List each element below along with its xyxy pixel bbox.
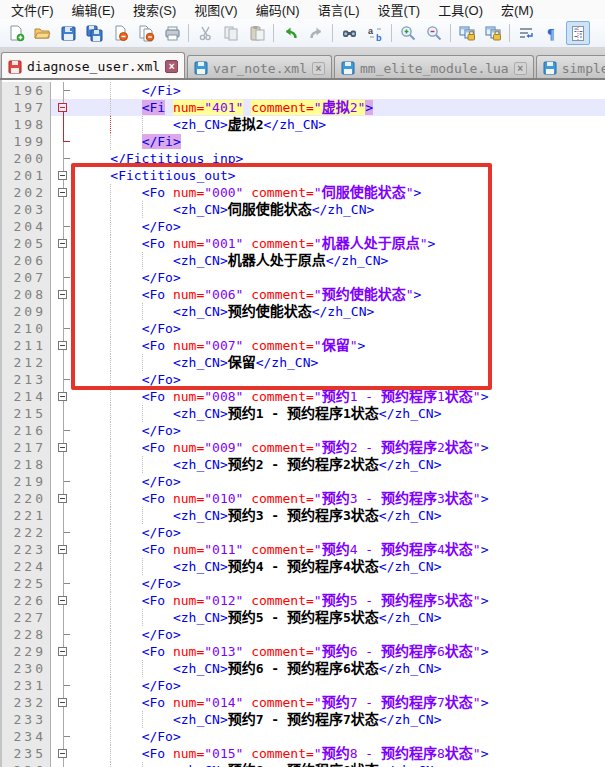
- fold-margin[interactable]: [51, 422, 75, 439]
- fold-margin[interactable]: [51, 354, 75, 371]
- fold-margin[interactable]: [51, 218, 75, 235]
- open-file-button[interactable]: [30, 21, 54, 45]
- code-line-203[interactable]: 203 <zh_CN>伺服使能状态</zh_CN>: [2, 201, 605, 218]
- close-file-button[interactable]: [108, 21, 132, 45]
- code-line-236[interactable]: 236 <zh_CN>预约8 - 预约程序8状态</zh_CN>: [2, 762, 605, 767]
- line-number[interactable]: 216: [2, 422, 51, 439]
- line-number[interactable]: 222: [2, 524, 51, 541]
- line-number[interactable]: 200: [2, 150, 51, 167]
- fold-margin[interactable]: [51, 524, 75, 541]
- line-number[interactable]: 217: [2, 439, 51, 456]
- code-text[interactable]: <Fo num="015" comment="预约8 - 预约程序8状态">: [75, 745, 605, 762]
- line-number[interactable]: 231: [2, 677, 51, 694]
- fold-margin[interactable]: [51, 133, 75, 150]
- save-file-button[interactable]: [56, 21, 80, 45]
- line-number[interactable]: 197: [2, 99, 51, 116]
- code-line-202[interactable]: 202 <Fo num="000" comment="伺服使能状态">: [2, 184, 605, 201]
- fold-margin[interactable]: [51, 728, 75, 745]
- code-text[interactable]: <zh_CN>伺服使能状态</zh_CN>: [75, 201, 605, 218]
- code-text[interactable]: <Fo num="014" comment="预约7 - 预约程序7状态">: [75, 694, 605, 711]
- code-text[interactable]: <zh_CN>预约2 - 预约程序2状态</zh_CN>: [75, 456, 605, 473]
- line-number[interactable]: 209: [2, 303, 51, 320]
- code-line-205[interactable]: 205 <Fo num="001" comment="机器人处于原点">: [2, 235, 605, 252]
- line-number[interactable]: 234: [2, 728, 51, 745]
- fold-margin[interactable]: [51, 626, 75, 643]
- line-number[interactable]: 227: [2, 609, 51, 626]
- fold-margin[interactable]: [51, 235, 75, 252]
- code-text[interactable]: <Fo num="000" comment="伺服使能状态">: [75, 184, 605, 201]
- code-line-221[interactable]: 221 <zh_CN>预约3 - 预约程序3状态</zh_CN>: [2, 507, 605, 524]
- fold-margin[interactable]: [51, 252, 75, 269]
- code-text[interactable]: <Fo num="009" comment="预约2 - 预约程序2状态">: [75, 439, 605, 456]
- save-all-button[interactable]: [82, 21, 106, 45]
- fold-margin[interactable]: [51, 507, 75, 524]
- line-number[interactable]: 202: [2, 184, 51, 201]
- fold-collapse-icon[interactable]: [58, 188, 67, 197]
- fold-collapse-icon[interactable]: [58, 545, 67, 554]
- fold-margin[interactable]: [51, 337, 75, 354]
- line-number[interactable]: 236: [2, 762, 51, 767]
- menu-encoding[interactable]: 编码(N): [247, 0, 309, 19]
- code-line-231[interactable]: 231 </Fo>: [2, 677, 605, 694]
- fold-margin[interactable]: [51, 405, 75, 422]
- code-text[interactable]: </Fo>: [75, 575, 605, 592]
- code-line-201[interactable]: 201 <Fictitious_out>: [2, 167, 605, 184]
- fold-collapse-icon[interactable]: [58, 443, 67, 452]
- fold-margin[interactable]: [51, 150, 75, 167]
- code-line-232[interactable]: 232 <Fo num="014" comment="预约7 - 预约程序7状态…: [2, 694, 605, 711]
- code-text[interactable]: <zh_CN>预约7 - 预约程序7状态</zh_CN>: [75, 711, 605, 728]
- copy-button[interactable]: [219, 21, 243, 45]
- fold-collapse-icon[interactable]: [58, 290, 67, 299]
- line-number[interactable]: 213: [2, 371, 51, 388]
- line-number[interactable]: 208: [2, 286, 51, 303]
- redo-button[interactable]: [304, 21, 328, 45]
- line-number[interactable]: 219: [2, 473, 51, 490]
- line-number[interactable]: 220: [2, 490, 51, 507]
- code-text[interactable]: </Fo>: [75, 422, 605, 439]
- code-text[interactable]: <Fo num="011" comment="预约4 - 预约程序4状态">: [75, 541, 605, 558]
- code-line-235[interactable]: 235 <Fo num="015" comment="预约8 - 预约程序8状态…: [2, 745, 605, 762]
- code-text[interactable]: <zh_CN>预约使能状态</zh_CN>: [75, 303, 605, 320]
- fold-margin[interactable]: [51, 490, 75, 507]
- code-text[interactable]: </Fi>: [75, 82, 605, 99]
- fold-margin[interactable]: [51, 269, 75, 286]
- line-number[interactable]: 232: [2, 694, 51, 711]
- show-indent-guide-button[interactable]: [566, 21, 590, 45]
- code-text[interactable]: <Fo num="008" comment="预约1 - 预约程序1状态">: [75, 388, 605, 405]
- code-line-228[interactable]: 228 </Fo>: [2, 626, 605, 643]
- sync-horizontal-scroll-button[interactable]: [481, 21, 505, 45]
- close-tab-icon[interactable]: ×: [312, 62, 325, 75]
- code-text[interactable]: <zh_CN>预约4 - 预约程序4状态</zh_CN>: [75, 558, 605, 575]
- code-text[interactable]: <Fo num="001" comment="机器人处于原点">: [75, 235, 605, 252]
- code-text[interactable]: </Fo>: [75, 371, 605, 388]
- code-line-208[interactable]: 208 <Fo num="006" comment="预约使能状态">: [2, 286, 605, 303]
- code-text[interactable]: </Fi>: [75, 133, 605, 150]
- code-text[interactable]: <zh_CN>预约3 - 预约程序3状态</zh_CN>: [75, 507, 605, 524]
- code-line-209[interactable]: 209 <zh_CN>预约使能状态</zh_CN>: [2, 303, 605, 320]
- code-line-227[interactable]: 227 <zh_CN>预约5 - 预约程序5状态</zh_CN>: [2, 609, 605, 626]
- find-button[interactable]: [337, 21, 361, 45]
- code-line-206[interactable]: 206 <zh_CN>机器人处于原点</zh_CN>: [2, 252, 605, 269]
- code-line-197[interactable]: 197 <Fi num="401" comment="虚拟2">: [2, 99, 605, 116]
- line-number[interactable]: 211: [2, 337, 51, 354]
- fold-collapse-icon[interactable]: [58, 749, 67, 758]
- code-text[interactable]: <zh_CN>预约6 - 预约程序6状态</zh_CN>: [75, 660, 605, 677]
- tab-simple[interactable]: simple: [536, 55, 605, 80]
- show-all-characters-button[interactable]: ¶: [540, 21, 564, 45]
- code-line-226[interactable]: 226 <Fo num="012" comment="预约5 - 预约程序5状态…: [2, 592, 605, 609]
- code-text[interactable]: </Fo>: [75, 320, 605, 337]
- fold-collapse-icon[interactable]: [58, 698, 67, 707]
- zoom-in-button[interactable]: [396, 21, 420, 45]
- code-editor[interactable]: 196 </Fi>197 <Fi num="401" comment="虚拟2"…: [0, 80, 605, 767]
- line-number[interactable]: 198: [2, 116, 51, 133]
- line-number[interactable]: 228: [2, 626, 51, 643]
- code-line-220[interactable]: 220 <Fo num="010" comment="预约3 - 预约程序3状态…: [2, 490, 605, 507]
- menu-file[interactable]: 文件(F): [2, 0, 63, 19]
- code-line-214[interactable]: 214 <Fo num="008" comment="预约1 - 预约程序1状态…: [2, 388, 605, 405]
- line-number[interactable]: 207: [2, 269, 51, 286]
- replace-button[interactable]: ab: [363, 21, 387, 45]
- fold-margin[interactable]: [51, 303, 75, 320]
- undo-button[interactable]: [278, 21, 302, 45]
- print-button[interactable]: [160, 21, 184, 45]
- code-text[interactable]: </Fo>: [75, 677, 605, 694]
